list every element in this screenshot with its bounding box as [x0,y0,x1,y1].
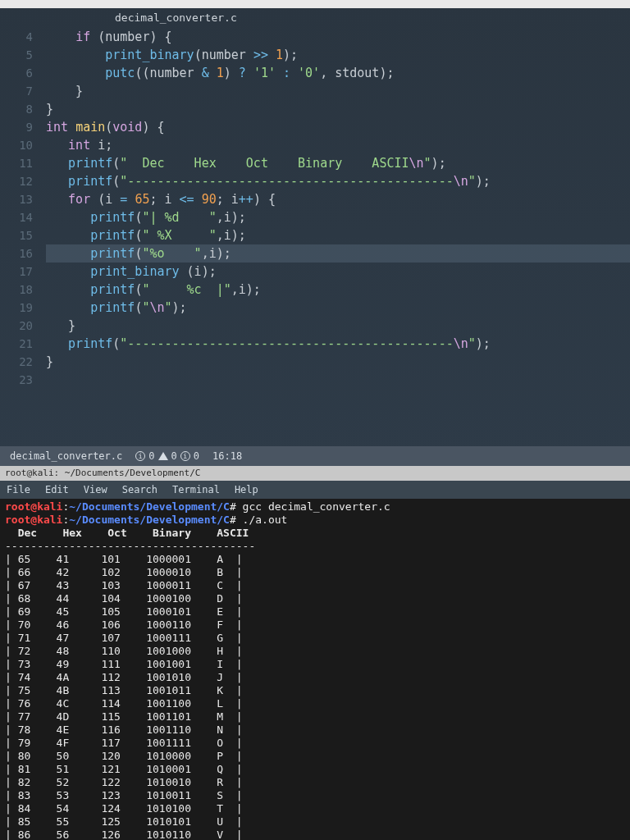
code-line[interactable]: putc((number & 1) ? '1' : '0', stdout); [46,64,630,82]
output-row: | 79 4F 117 1001111 O | [5,737,625,750]
output-row: | 77 4D 115 1001101 M | [5,710,625,724]
line-number: 17 [0,262,33,281]
code-line[interactable]: } [46,317,630,335]
output-row: | 70 46 106 1000110 F | [5,619,625,632]
editor-tab-bar[interactable]: decimal_converter.c [0,8,630,28]
output-row: | 75 4B 113 1001011 K | [5,684,625,697]
terminal-prompt-line: root@kali:~/Documents/Development/C# gcc… [5,500,625,514]
line-number: 13 [0,190,33,208]
output-row: | 86 56 126 1010110 V | [5,829,625,840]
code-line[interactable]: printf(" %c |",i); [46,281,630,299]
terminal-pane: root@kali: ~/Documents/Development/C Fil… [0,466,630,840]
line-number: 5 [0,46,33,64]
output-row: | 72 48 110 1001000 H | [5,645,625,658]
terminal-menubar[interactable]: FileEditViewSearchTerminalHelp [0,481,630,499]
output-row: | 78 4E 116 1001110 N | [5,724,625,737]
line-number: 19 [0,299,33,317]
code-line[interactable]: int i; [46,136,630,154]
code-text[interactable]: if (number) { print_binary(number >> 1);… [46,28,630,446]
code-line[interactable]: if (number) { [46,28,630,46]
status-cursor-position: 16:18 [212,450,242,462]
code-line[interactable]: for (i = 65; i <= 90; i++) { [46,190,630,208]
output-row: | 85 55 125 1010101 U | [5,815,625,829]
output-row: | 68 44 104 1000100 D | [5,592,625,605]
line-number: 21 [0,335,33,353]
line-number: 4 [0,28,33,46]
code-line[interactable]: } [46,100,630,118]
status-filename: decimal_converter.c [10,450,122,462]
code-line[interactable]: print_binary (i); [46,262,630,281]
code-line[interactable] [46,371,630,389]
line-number: 23 [0,371,33,389]
code-line[interactable]: int main(void) { [46,118,630,136]
line-number: 8 [0,100,33,118]
output-header: Dec Hex Oct Binary ASCII [5,527,625,540]
terminal-menu-view[interactable]: View [84,484,107,495]
editor-app-menu[interactable] [0,0,630,8]
editor-tab[interactable]: decimal_converter.c [115,11,237,24]
line-number: 12 [0,172,33,190]
info-icon: i [180,451,190,461]
warning-icon [158,452,168,460]
code-line[interactable]: printf("%o ",i); [46,244,630,262]
code-line[interactable]: printf("\n"); [46,299,630,317]
line-number: 22 [0,353,33,371]
line-number: 6 [0,64,33,82]
editor-pane: decimal_converter.c 45678910111213141516… [0,0,630,466]
output-row: | 71 47 107 1000111 G | [5,632,625,645]
line-number: 15 [0,226,33,244]
terminal-titlebar: root@kali: ~/Documents/Development/C [0,466,630,481]
terminal-menu-search[interactable]: Search [122,484,158,495]
editor-status-bar: decimal_converter.c i0 0 i0 16:18 [0,446,630,466]
code-line[interactable]: printf("| %d ",i); [46,208,630,226]
code-line[interactable]: } [46,353,630,371]
output-row: | 73 49 111 1001001 I | [5,658,625,671]
output-row: | 82 52 122 1010010 R | [5,776,625,789]
line-number: 16 [0,244,33,262]
code-line[interactable]: print_binary(number >> 1); [46,46,630,64]
terminal-menu-terminal[interactable]: Terminal [172,484,220,495]
code-line[interactable]: printf("--------------------------------… [46,335,630,353]
code-line[interactable]: printf(" %X ",i); [46,226,630,244]
output-row: | 83 53 123 1010011 S | [5,789,625,802]
line-number: 14 [0,208,33,226]
output-row: | 80 50 120 1010000 P | [5,750,625,763]
code-line[interactable]: printf("--------------------------------… [46,172,630,190]
line-number: 10 [0,136,33,154]
line-number: 9 [0,118,33,136]
terminal-prompt-line: root@kali:~/Documents/Development/C# ./a… [5,514,625,527]
code-area[interactable]: 4567891011121314151617181920212223 if (n… [0,28,630,446]
output-row: | 84 54 124 1010100 T | [5,802,625,815]
output-row: | 81 51 121 1010001 Q | [5,763,625,776]
output-divider: --------------------------------------- [5,540,625,553]
line-number: 11 [0,154,33,172]
output-row: | 67 43 103 1000011 C | [5,579,625,592]
terminal-output[interactable]: root@kali:~/Documents/Development/C# gcc… [0,499,630,840]
line-number: 18 [0,281,33,299]
line-number: 7 [0,82,33,100]
output-row: | 65 41 101 1000001 A | [5,553,625,566]
terminal-menu-edit[interactable]: Edit [45,484,69,495]
status-diagnostics[interactable]: i0 0 i0 [135,450,199,462]
code-line[interactable]: } [46,82,630,100]
line-number-gutter: 4567891011121314151617181920212223 [0,28,46,446]
info-icon: i [135,451,145,461]
line-number: 20 [0,317,33,335]
terminal-menu-file[interactable]: File [7,484,30,495]
output-row: | 76 4C 114 1001100 L | [5,697,625,710]
terminal-menu-help[interactable]: Help [235,484,258,495]
output-row: | 69 45 105 1000101 E | [5,605,625,619]
code-line[interactable]: printf(" Dec Hex Oct Binary ASCII\n"); [46,154,630,172]
output-row: | 74 4A 112 1001010 J | [5,671,625,684]
output-row: | 66 42 102 1000010 B | [5,566,625,579]
